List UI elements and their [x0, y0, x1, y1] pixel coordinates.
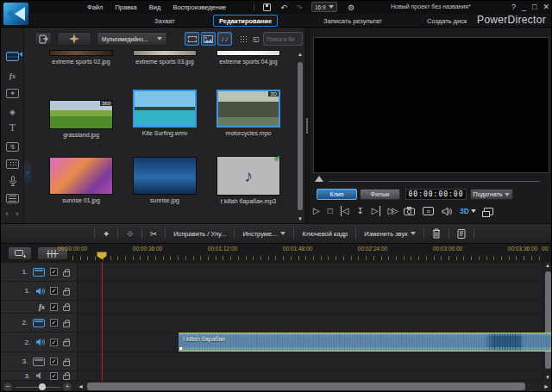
track-header-video-3[interactable]: 3. ✓	[1, 352, 77, 370]
track-lock-icon[interactable]	[63, 290, 70, 296]
track-lane-audio-1[interactable]	[78, 282, 543, 300]
rooms-scroll-up-icon[interactable]: ∧	[3, 210, 11, 216]
track-header-audio-3[interactable]: 3. ✓	[1, 371, 77, 380]
track-lane-fx[interactable]	[78, 301, 543, 313]
minimize-button[interactable]: _	[522, 2, 526, 12]
track-lock-icon[interactable]	[63, 361, 70, 366]
timecode-display[interactable]: 00:00:00:00	[405, 189, 467, 200]
zoom-out-icon[interactable]: −	[3, 383, 12, 391]
track-enable-checkbox[interactable]: ✓	[50, 372, 58, 380]
tab-edit[interactable]: Редактирование	[213, 15, 278, 27]
library-item[interactable]: sunrise 01.jpg	[40, 157, 122, 203]
library-scrollbar[interactable]: ▲ ▼	[297, 52, 304, 221]
track-lane-video-3[interactable]	[78, 352, 543, 370]
import-media-icon[interactable]	[34, 32, 52, 46]
undo-icon[interactable]: ↶	[277, 2, 291, 13]
timeline-horizontal-scrollbar[interactable]: ◄ ►	[77, 381, 552, 392]
rooms-scroll-down-icon[interactable]: ∨	[13, 210, 22, 216]
notes-clipboard-icon[interactable]	[457, 229, 466, 239]
track-lock-icon[interactable]	[63, 341, 70, 346]
preview-tab-clip[interactable]: Клип	[317, 189, 357, 200]
undock-preview-icon[interactable]	[484, 208, 493, 215]
timeline-vertical-scrollbar[interactable]: ▲ ▼	[543, 262, 552, 381]
media-thumbnail[interactable]	[49, 50, 113, 56]
scroll-right-icon[interactable]: ►	[543, 383, 549, 389]
library-item-selected[interactable]: 3D motorcycles.mpo	[207, 90, 290, 136]
track-header-audio-2[interactable]: 2. ✓	[1, 333, 77, 352]
library-item[interactable]: extreme sports 02.jpg	[40, 50, 122, 65]
media-thumbnail[interactable]: 360	[49, 100, 113, 129]
media-thumbnail[interactable]	[133, 50, 197, 56]
particle-room-icon[interactable]: ◈	[4, 105, 21, 119]
filter-photo-icon[interactable]	[201, 32, 216, 46]
stop-button[interactable]: □	[328, 206, 333, 216]
media-thumbnail[interactable]	[133, 90, 197, 128]
redo-icon[interactable]: ↷	[292, 2, 306, 13]
track-lane-audio-2[interactable]: t killah барабан	[78, 333, 543, 352]
voice-over-room-icon[interactable]	[4, 174, 21, 188]
scrollbar-thumb[interactable]	[298, 62, 303, 210]
help-button[interactable]: ?	[511, 2, 516, 12]
audio-clip[interactable]: t killah барабан	[179, 333, 552, 352]
save-project-icon[interactable]	[260, 2, 273, 13]
transition-room-icon[interactable]: ↯	[4, 140, 21, 153]
scrollbar-thumb[interactable]	[87, 383, 525, 390]
jump-to-position-button[interactable]: ↧	[356, 206, 363, 216]
zoom-slider-track[interactable]	[16, 387, 60, 388]
track-lock-icon[interactable]	[63, 306, 70, 311]
play-button[interactable]: ▷	[313, 206, 320, 216]
seek-slider-track[interactable]	[329, 181, 540, 182]
track-enable-checkbox[interactable]: ✓	[50, 339, 58, 346]
aspect-ratio-dropdown[interactable]: 16:9	[311, 2, 337, 12]
maximize-button[interactable]: □	[532, 2, 536, 12]
chapter-room-icon[interactable]	[4, 191, 21, 205]
preview-quality-icon[interactable]: ≡	[423, 207, 434, 215]
library-item[interactable]: ♪ ✓ t killah барабан.mp3	[207, 156, 290, 204]
library-item-selected[interactable]: Kite Surfing.wmv	[123, 90, 206, 136]
seek-slider-thumb[interactable]	[315, 176, 323, 182]
track-lock-icon[interactable]	[63, 271, 70, 277]
media-thumbnail[interactable]	[216, 50, 280, 56]
media-thumbnail-audio[interactable]: ♪ ✓	[216, 156, 280, 196]
library-item[interactable]: extreme sports 04.jpg	[207, 50, 290, 65]
display-size-icon[interactable]: ◱	[250, 32, 262, 46]
split-move-icon[interactable]: ✥	[126, 229, 133, 239]
track-enable-checkbox[interactable]: ✓	[50, 268, 58, 276]
pip-objects-room-icon[interactable]: ✦	[4, 86, 21, 100]
track-lane-audio-3[interactable]	[78, 371, 543, 380]
effects-room-icon[interactable]: fx	[4, 69, 21, 83]
timeline-view-toggle-icon[interactable]	[8, 246, 32, 260]
menu-view[interactable]: Вид	[149, 3, 161, 11]
keyframe-button[interactable]: Ключевой кадр	[302, 230, 348, 238]
3d-mode-dropdown[interactable]: 3D	[460, 207, 476, 215]
track-lane-video-2[interactable]	[78, 314, 543, 332]
sidebar-collapse-handle[interactable]: ›	[24, 163, 31, 182]
scroll-up-icon[interactable]: ▲	[297, 52, 304, 57]
snapshot-camera-icon[interactable]	[404, 207, 415, 215]
media-thumbnail[interactable]	[49, 157, 113, 195]
menu-playback[interactable]: Воспроизведение	[172, 3, 226, 11]
delete-trash-icon[interactable]	[432, 228, 441, 239]
edit-audio-dropdown[interactable]: Изменить звук	[364, 230, 416, 238]
preview-video-area[interactable]	[313, 37, 549, 173]
close-button[interactable]: ✕	[543, 2, 549, 12]
media-thumbnail[interactable]: 3D	[216, 90, 280, 128]
tab-capture[interactable]: Захват	[149, 15, 180, 27]
magic-tools-icon[interactable]	[57, 32, 91, 46]
library-search-input[interactable]	[263, 32, 303, 46]
track-lock-icon[interactable]	[63, 322, 70, 327]
library-item[interactable]: sunrise.jpg	[123, 157, 206, 203]
menu-file[interactable]: Файл	[87, 3, 103, 11]
zoom-in-icon[interactable]: +	[63, 383, 72, 391]
track-enable-checkbox[interactable]: ✓	[50, 358, 58, 365]
split-scissors-icon[interactable]: ✂	[150, 229, 157, 239]
previous-frame-button[interactable]: ◁	[341, 206, 349, 216]
timeline-zoom-slider[interactable]: − +	[1, 381, 77, 392]
track-header-audio-1[interactable]: 1. ✓	[1, 282, 77, 300]
library-menu-icon[interactable]	[237, 32, 249, 46]
scroll-left-icon[interactable]: ◄	[78, 383, 84, 389]
scroll-down-icon[interactable]: ▼	[544, 375, 551, 380]
media-thumbnail[interactable]	[133, 157, 197, 195]
fit-dropdown[interactable]: Подогнать	[470, 189, 513, 200]
scroll-up-icon[interactable]: ▲	[544, 263, 551, 268]
